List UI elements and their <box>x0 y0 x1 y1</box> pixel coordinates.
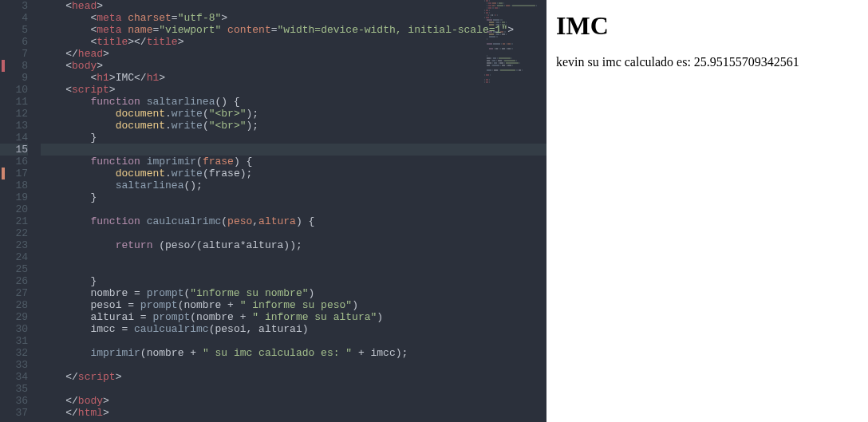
code-area[interactable]: <head> <meta charset="utf-8"> <meta name… <box>36 0 546 422</box>
line-number: 8 <box>0 60 28 72</box>
code-line[interactable] <box>41 144 546 156</box>
code-line[interactable] <box>41 227 546 239</box>
code-line[interactable]: </head> <box>41 48 546 60</box>
code-line[interactable]: document.write(frase); <box>41 168 546 179</box>
line-number: 19 <box>0 191 28 203</box>
line-number: 27 <box>0 287 28 299</box>
line-number: 32 <box>0 347 28 359</box>
code-line[interactable]: imprimir(nombre + " su imc calculado es:… <box>41 347 546 359</box>
code-line[interactable]: saltarlinea(); <box>41 179 546 191</box>
code-line[interactable]: </html> <box>41 407 546 419</box>
code-line[interactable]: } <box>41 132 546 144</box>
code-line[interactable]: } <box>41 191 546 203</box>
code-line[interactable] <box>41 251 546 263</box>
line-number: 34 <box>0 371 28 383</box>
line-number: 20 <box>0 203 28 215</box>
code-line[interactable]: <body> <box>41 60 546 72</box>
line-number: 22 <box>0 227 28 239</box>
code-line[interactable]: function saltarlinea() { <box>41 96 546 108</box>
code-line[interactable]: nombre = prompt("informe su nombre") <box>41 287 546 299</box>
line-number: 25 <box>0 263 28 275</box>
code-line[interactable] <box>41 335 546 347</box>
line-number: 14 <box>0 132 28 144</box>
line-number: 18 <box>0 179 28 191</box>
code-line[interactable]: <meta charset="utf-8"> <box>41 12 546 24</box>
code-line[interactable]: </script> <box>41 371 546 383</box>
code-line[interactable]: function caulcualrimc(peso,altura) { <box>41 215 546 227</box>
code-line[interactable]: pesoi = prompt(nombre + " informe su pes… <box>41 299 546 311</box>
gutter-marker <box>2 168 5 179</box>
line-number: 3 <box>0 0 28 12</box>
line-number: 29 <box>0 311 28 323</box>
line-number: 9 <box>0 72 28 84</box>
code-line[interactable]: <meta name="viewport" content="width=dev… <box>41 24 546 36</box>
line-number: 33 <box>0 359 28 371</box>
line-number: 21 <box>0 215 28 227</box>
line-number: 31 <box>0 335 28 347</box>
line-number: 11 <box>0 96 28 108</box>
line-number: 26 <box>0 275 28 287</box>
code-line[interactable]: <head> <box>41 0 546 12</box>
code-line[interactable]: document.write("<br>"); <box>41 108 546 120</box>
line-number: 15 <box>0 144 28 156</box>
code-line[interactable]: } <box>41 275 546 287</box>
line-number: 23 <box>0 239 28 251</box>
code-line[interactable] <box>41 359 546 371</box>
code-line[interactable] <box>41 263 546 275</box>
code-line[interactable]: </body> <box>41 395 546 407</box>
code-line[interactable]: <script> <box>41 84 546 96</box>
line-number: 30 <box>0 323 28 335</box>
code-line[interactable]: imcc = caulcualrimc(pesoi, alturai) <box>41 323 546 335</box>
line-number: 36 <box>0 395 28 407</box>
line-number: 24 <box>0 251 28 263</box>
preview-output-text: kevin su imc calculado es: 25.9515570934… <box>556 55 858 69</box>
code-line[interactable] <box>41 203 546 215</box>
editor-scrollbar[interactable] <box>537 0 546 422</box>
code-line[interactable]: function imprimir(frase) { <box>41 156 546 168</box>
line-number: 28 <box>0 299 28 311</box>
line-number: 35 <box>0 383 28 395</box>
line-number: 4 <box>0 12 28 24</box>
line-number: 10 <box>0 84 28 96</box>
line-number: 16 <box>0 156 28 168</box>
line-number: 12 <box>0 108 28 120</box>
code-line[interactable]: document.write("<br>"); <box>41 120 546 132</box>
line-number-gutter: 3456789101112131415161718192021222324252… <box>0 0 36 422</box>
code-line[interactable] <box>41 383 546 395</box>
code-line[interactable]: alturai = prompt(nombre + " informe su a… <box>41 311 546 323</box>
code-editor-pane[interactable]: 3456789101112131415161718192021222324252… <box>0 0 546 422</box>
line-number: 13 <box>0 120 28 132</box>
code-line[interactable]: return (peso/(altura*altura)); <box>41 239 546 251</box>
gutter-marker <box>2 60 5 72</box>
code-line[interactable]: <h1>IMC</h1> <box>41 72 546 84</box>
preview-heading: IMC <box>556 11 858 41</box>
line-number: 17 <box>0 168 28 179</box>
preview-pane: IMC kevin su imc calculado es: 25.951557… <box>546 0 868 422</box>
line-number: 7 <box>0 48 28 60</box>
line-number: 5 <box>0 24 28 36</box>
line-number: 37 <box>0 407 28 419</box>
code-line[interactable]: <title></title> <box>41 36 546 48</box>
line-number: 6 <box>0 36 28 48</box>
